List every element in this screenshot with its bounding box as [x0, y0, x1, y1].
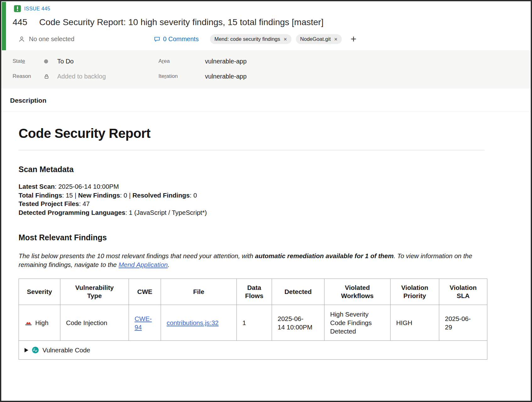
area-value[interactable]: vulnerable-app: [205, 58, 247, 65]
scan-metadata-block: Latest Scan: 2025-06-14 10:00PM Total Fi…: [19, 182, 485, 217]
detected-cell: 2025-06-14 10:00PM: [272, 305, 324, 341]
description-heading: Description: [10, 97, 531, 104]
tag-mend-code-security-findings[interactable]: Mend: code security findings ×: [210, 34, 291, 44]
scan-line-findings: Total Findings: 15 | New Findings: 0 | R…: [19, 191, 485, 200]
vulnerable-code-row: Vulnerable Code: [19, 341, 487, 360]
work-item-title[interactable]: Code Security Report: 10 high severity f…: [39, 17, 523, 27]
fields-column-left: State To Do Reason Added to backlog: [13, 55, 158, 82]
severity-value: High: [35, 318, 48, 327]
table-header-row: Severity Vulnerability Type CWE File Dat…: [19, 279, 487, 305]
scan-line-files: Tested Project Files: 47: [19, 199, 485, 208]
state-todo-dot-icon: [44, 59, 48, 63]
column-header-vulnerability-type: Vulnerability Type: [60, 279, 129, 305]
reason-icon-area: [44, 74, 57, 79]
state-value[interactable]: To Do: [57, 58, 74, 65]
violation-priority-cell: HIGH: [391, 305, 439, 341]
area-label: Area: [158, 58, 205, 64]
work-item-header: ISSUE 445 445 Code Security Report: 10 h…: [1, 1, 531, 50]
column-header-violation-sla: Violation SLA: [439, 279, 487, 305]
state-icon-area: [44, 59, 57, 63]
reason-field: Reason Added to backlog: [13, 70, 158, 82]
reason-label: Reason: [13, 73, 44, 79]
tag-label: Mend: code security findings: [214, 36, 280, 42]
tag-nodegoat-git[interactable]: NodeGoat.git ×: [296, 34, 342, 44]
findings-table: Severity Vulnerability Type CWE File Dat…: [19, 279, 487, 360]
scan-line-languages: Detected Programming Languages: 1 (JavaS…: [19, 208, 485, 217]
findings-intro: The list below presents the 10 most rele…: [19, 252, 485, 269]
meta-row: No one selected 0 Comments Mend: code se…: [13, 34, 523, 44]
area-field: Area vulnerable-app: [158, 55, 531, 67]
mend-application-link[interactable]: Mend Application: [119, 261, 168, 268]
expand-triangle-icon: [25, 348, 28, 352]
column-header-file: File: [161, 279, 237, 305]
iteration-field: Iteration vulnerable-app: [158, 70, 531, 82]
vulnerable-code-toggle[interactable]: Vulnerable Code: [25, 346, 481, 354]
siren-icon: [25, 319, 32, 326]
person-icon: [18, 36, 25, 43]
description-content: Code Security Report Scan Metadata Lates…: [1, 111, 531, 360]
comments-count: 0 Comments: [163, 35, 199, 43]
iteration-label: Iteration: [158, 73, 205, 79]
issue-type-label: ISSUE 445: [24, 6, 50, 12]
work-item-id: 445: [13, 17, 27, 27]
column-header-cwe: CWE: [129, 279, 161, 305]
column-header-data-flows: Data Flows: [237, 279, 272, 305]
cwe-cell: CWE-94: [129, 305, 161, 341]
issue-type-row: ISSUE 445: [14, 5, 523, 12]
fields-section: State To Do Reason Added to backlog Area…: [1, 50, 531, 89]
work-item-window: ISSUE 445 445 Code Security Report: 10 h…: [0, 0, 532, 402]
state-label: State: [13, 58, 44, 64]
most-relevant-findings-heading: Most Relevant Findings: [19, 233, 485, 242]
tag-list: Mend: code security findings × NodeGoat.…: [210, 34, 357, 44]
violated-workflows-cell: High Severity Code Findings Detected: [324, 305, 391, 341]
vulnerability-type-cell: Code Injection: [60, 305, 129, 341]
divider: [19, 150, 485, 150]
column-header-detected: Detected: [272, 279, 324, 305]
column-header-violated-workflows: Violated Workflows: [324, 279, 391, 305]
mend-icon: [32, 346, 39, 354]
lock-icon: [44, 74, 49, 79]
vulnerable-code-cell: Vulnerable Code: [19, 341, 487, 360]
add-tag-button[interactable]: +: [351, 35, 356, 43]
state-field: State To Do: [13, 55, 158, 67]
title-row: 445 Code Security Report: 10 high severi…: [13, 17, 523, 27]
fields-column-right: Area vulnerable-app Iteration vulnerable…: [158, 55, 531, 82]
reason-value: Added to backlog: [57, 73, 106, 80]
scan-line-latest: Latest Scan: 2025-06-14 10:00PM: [19, 182, 485, 191]
remove-tag-icon[interactable]: ×: [334, 36, 338, 42]
column-header-severity: Severity: [19, 279, 60, 305]
violation-sla-cell: 2025-06-29: [439, 305, 487, 341]
issue-type-icon: [14, 5, 21, 12]
assignee-picker[interactable]: No one selected: [18, 35, 75, 43]
comment-icon: [154, 36, 160, 42]
file-cell: contributions.js:32: [161, 305, 237, 341]
comments-link[interactable]: 0 Comments: [154, 35, 199, 43]
vulnerable-code-label: Vulnerable Code: [42, 346, 90, 354]
issue-type-color-bar: [2, 2, 6, 50]
iteration-value[interactable]: vulnerable-app: [205, 73, 247, 80]
severity-cell: High: [19, 305, 60, 341]
remove-tag-icon[interactable]: ×: [284, 36, 287, 42]
data-flows-cell: 1: [237, 305, 272, 341]
column-header-violation-priority: Violation Priority: [391, 279, 439, 305]
assignee-placeholder: No one selected: [29, 35, 75, 43]
description-section: Description Code Security Report Scan Me…: [1, 97, 531, 360]
cwe-link[interactable]: CWE-94: [135, 315, 152, 331]
file-link[interactable]: contributions.js:32: [167, 319, 219, 326]
finding-row: High Code Injection CWE-94 contributions…: [19, 305, 487, 341]
tag-label: NodeGoat.git: [300, 36, 331, 42]
scan-metadata-heading: Scan Metadata: [19, 165, 485, 174]
report-title: Code Security Report: [19, 126, 485, 141]
